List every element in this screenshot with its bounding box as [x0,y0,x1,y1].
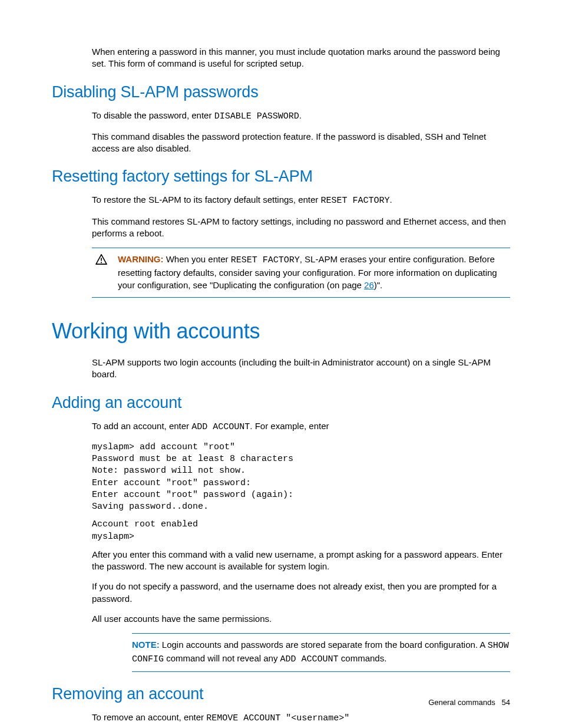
code-block-add-account: myslapm> add account "root" Password mus… [92,442,510,513]
text: Login accounts and passwords are stored … [160,640,488,650]
intro-paragraph: When entering a password in this manner,… [92,46,510,70]
add-p3: If you do not specify a password, and th… [92,581,510,605]
footer-section: General commands [428,698,495,707]
page-footer: General commands 54 [428,698,510,707]
add-p2: After you enter this command with a vali… [92,549,510,573]
reset-p1: To restore the SL-APM to its factory def… [92,194,510,207]
code-inline: RESET FACTORY [231,255,300,265]
code-inline: DISABLE PASSWORD [214,111,299,121]
warning-callout: WARNING: When you enter RESET FACTORY, S… [92,248,510,298]
add-p1: To add an account, enter ADD ACCOUNT. Fo… [92,420,510,433]
text: To restore the SL-APM to its factory def… [92,195,321,205]
code-inline: ADD ACCOUNT [280,654,339,664]
remove-p1: To remove an account, enter REMOVE ACCOU… [92,711,510,724]
footer-page-number: 54 [502,698,510,707]
heading-working-with-accounts: Working with accounts [52,319,510,344]
note-callout: NOTE: Login accounts and passwords are s… [132,633,510,672]
warning-text: WARNING: When you enter RESET FACTORY, S… [118,253,510,291]
code-inline: REMOVE ACCOUNT "<username>" [206,713,349,723]
text: . [390,195,392,205]
text: commands. [339,653,387,663]
text: . [299,110,302,120]
reset-p2: This command restores SL-APM to factory … [92,216,510,240]
text: command will not reveal any [164,653,280,663]
note-label: NOTE: [132,640,160,650]
text: To add an account, enter [92,421,191,431]
code-block-account-enabled: Account root enabled myslapm> [92,519,510,543]
disable-p1: To disable the password, enter DISABLE P… [92,110,510,123]
page-link-26[interactable]: 26 [364,280,374,290]
text: To disable the password, enter [92,110,214,120]
warning-icon [92,253,107,267]
warning-label: WARNING: [118,254,164,264]
heading-resetting-factory: Resetting factory settings for SL-APM [52,167,510,186]
text: When you enter [164,254,231,264]
add-p4: All user accounts have the same permissi… [92,613,510,625]
svg-point-1 [101,262,102,263]
code-inline: RESET FACTORY [321,196,390,206]
code-inline: ADD ACCOUNT [191,422,250,432]
disable-p2: This command disables the password prote… [92,131,510,155]
text: To remove an account, enter [92,712,206,722]
heading-adding-account: Adding an account [52,394,510,412]
text: . For example, enter [250,421,329,431]
heading-disabling-passwords: Disabling SL-APM passwords [52,83,510,101]
page-content: When entering a password in this manner,… [0,0,562,728]
text: )". [374,280,383,290]
accounts-intro: SL-APM supports two login accounts (incl… [92,357,510,381]
